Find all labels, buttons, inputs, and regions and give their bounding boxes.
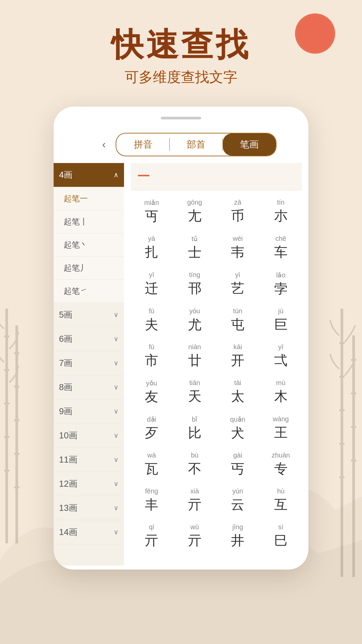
stroke-group-13[interactable]: 13画 ∨ [54, 496, 124, 520]
char-cell-36[interactable]: qí 亓 [131, 519, 173, 553]
char-cell-34[interactable]: yún 云 [217, 483, 259, 517]
char-cell-22[interactable]: tài 太 [217, 374, 259, 409]
character-content: 一 miǎn 丏 gōng 尢 zā [124, 163, 308, 566]
char-cell-0[interactable]: miǎn 丏 [131, 194, 173, 229]
stroke-group-4[interactable]: 4画 ∧ [54, 163, 124, 187]
char-cell-26[interactable]: quǎn 犬 [217, 411, 259, 445]
sub-item-qibi3[interactable]: 起笔丶 [54, 233, 124, 257]
char-cell-15[interactable]: jù 巨 [260, 303, 302, 337]
phone-notch [161, 117, 201, 119]
char-cell-11[interactable]: lǎo 孛 [260, 266, 302, 301]
char-cell-20[interactable]: yǒu 友 [131, 374, 173, 409]
sub-item-qibi4[interactable]: 起笔丿 [54, 257, 124, 280]
tab-bar: ‹ 拼音 部首 笔画 [80, 133, 295, 156]
char-cell-6[interactable]: wéi 韦 [217, 230, 259, 265]
char-cell-37[interactable]: wū 亓 [174, 519, 216, 553]
main-area: 4画 ∧ 起笔一 起笔丨 起笔丶 起笔丿 [54, 163, 308, 566]
sub-item-qibi5[interactable]: 起笔㇀ [54, 280, 124, 303]
chevron-down-icon: ∨ [114, 335, 119, 343]
stroke-group-12[interactable]: 12画 ∨ [54, 472, 124, 496]
char-cell-10[interactable]: yì 艺 [217, 266, 259, 301]
stroke-group-6[interactable]: 6画 ∨ [54, 327, 124, 351]
char-cell-19[interactable]: yī 弌 [260, 338, 302, 373]
tab-bihua[interactable]: 笔画 [223, 133, 276, 156]
char-cell-14[interactable]: tún 屯 [217, 303, 259, 337]
char-cell-5[interactable]: tǔ 士 [174, 230, 216, 265]
char-cell-35[interactable]: hù 互 [260, 483, 302, 517]
char-cell-31[interactable]: zhuān 专 [260, 447, 302, 481]
character-grid: miǎn 丏 gōng 尢 zā 币 tín 朩 [131, 194, 302, 553]
char-cell-28[interactable]: wà 瓦 [131, 447, 173, 481]
char-cell-13[interactable]: yóu 尤 [174, 303, 216, 337]
char-cell-21[interactable]: tiān 天 [174, 374, 216, 409]
stroke-group-7[interactable]: 7画 ∨ [54, 351, 124, 375]
char-cell-29[interactable]: bù 不 [174, 447, 216, 481]
char-cell-39[interactable]: sì 巳 [260, 519, 302, 553]
char-cell-12[interactable]: fú 夫 [131, 303, 173, 337]
char-cell-3[interactable]: tín 朩 [260, 194, 302, 229]
char-cell-23[interactable]: mù 木 [260, 374, 302, 409]
stroke-group-8[interactable]: 8画 ∨ [54, 375, 124, 399]
tabs-container: 拼音 部首 笔画 [116, 133, 277, 156]
char-cell-7[interactable]: chē 车 [260, 230, 302, 265]
stroke-group-5[interactable]: 5画 ∨ [54, 303, 124, 327]
char-cell-17[interactable]: niàn 廿 [174, 338, 216, 373]
stroke-group-10[interactable]: 10画 ∨ [54, 424, 124, 448]
char-cell-18[interactable]: kāi 开 [217, 338, 259, 373]
char-cell-27[interactable]: wàng 王 [260, 411, 302, 445]
char-cell-1[interactable]: gōng 尢 [174, 194, 216, 229]
tab-bushou[interactable]: 部首 [170, 133, 223, 156]
char-cell-33[interactable]: xià 亓 [174, 483, 216, 517]
sub-item-qibi2[interactable]: 起笔丨 [54, 210, 124, 233]
char-cell-38[interactable]: jīng 井 [217, 519, 259, 553]
stroke-group-11[interactable]: 11画 ∨ [54, 448, 124, 472]
selected-char-display: 一 [137, 169, 149, 183]
sub-item-qibi1[interactable]: 起笔一 [54, 187, 124, 210]
page-content: 快速查找 可多维度查找文字 ‹ 拼音 部首 笔画 [0, 0, 362, 570]
char-cell-2[interactable]: zā 币 [217, 194, 259, 229]
stroke-group-14[interactable]: 14画 ∨ [54, 520, 124, 544]
chevron-down-icon: ∨ [114, 431, 119, 439]
char-cell-8[interactable]: yī 迁 [131, 266, 173, 301]
selected-char-bar: 一 [131, 163, 302, 191]
chevron-down-icon: ∨ [114, 528, 119, 536]
chevron-down-icon: ∨ [114, 383, 119, 391]
chevron-down-icon: ∨ [114, 359, 119, 367]
char-cell-32[interactable]: fēng 丰 [131, 483, 173, 517]
char-cell-16[interactable]: fú 市 [131, 338, 173, 373]
stroke-group-9[interactable]: 9画 ∨ [54, 399, 124, 424]
back-button[interactable]: ‹ [99, 135, 109, 154]
chevron-down-icon: ∨ [114, 311, 119, 319]
char-cell-24[interactable]: dǎi 歹 [131, 411, 173, 445]
chevron-down-icon: ∨ [114, 480, 119, 488]
char-cell-30[interactable]: gài 丐 [217, 447, 259, 481]
char-cell-4[interactable]: yà 扎 [131, 230, 173, 265]
char-cell-25[interactable]: bǐ 比 [174, 411, 216, 445]
char-cell-9[interactable]: tíng 邗 [174, 266, 216, 301]
tab-pinyin[interactable]: 拼音 [116, 133, 170, 156]
stroke-sidebar: 4画 ∧ 起笔一 起笔丨 起笔丶 起笔丿 [54, 163, 124, 566]
chevron-down-icon: ∨ [114, 504, 119, 512]
phone-mockup: ‹ 拼音 部首 笔画 4画 [54, 107, 308, 570]
hero-subtitle: 可多维度查找文字 [125, 68, 237, 87]
hero-title: 快速查找 [111, 27, 251, 62]
chevron-down-icon: ∨ [114, 407, 119, 415]
chevron-up-icon: ∧ [114, 171, 119, 179]
chevron-down-icon: ∨ [114, 455, 119, 464]
